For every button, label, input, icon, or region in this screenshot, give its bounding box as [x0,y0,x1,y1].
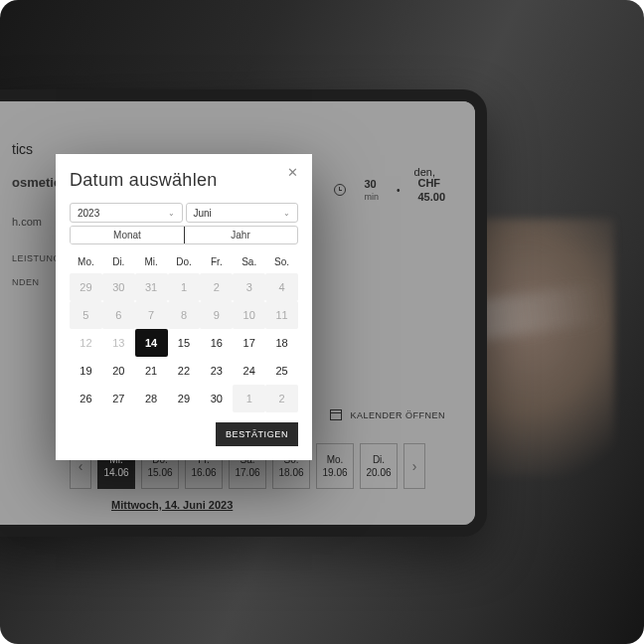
calendar-day: 30 [102,273,135,301]
calendar-day[interactable]: 28 [135,385,168,412]
month-select[interactable]: Juni ⌄ [186,203,299,223]
chevron-down-icon: ⌄ [283,209,290,218]
calendar-day: 10 [233,301,265,329]
calendar-day: 2 [265,385,298,412]
clock-icon [334,184,346,196]
modal-selects: 2023 ⌄ Juni ⌄ [70,203,298,223]
weekday-header: Fr. [200,252,233,273]
calendar-day[interactable]: 24 [233,357,265,385]
year-value: 2023 [78,208,99,219]
calendar-day[interactable]: 12 [70,329,102,357]
duration-unit: min [364,192,379,204]
service-suffix: den, [414,166,435,178]
stage: tics osmetics h.com LEISTUNGSAUS NDEN 30… [0,0,644,644]
calendar-day[interactable]: 13 [102,329,135,357]
confirm-button[interactable]: BESTÄTIGEN [216,422,298,446]
calendar-day[interactable]: 14 [135,329,168,357]
toggle-year[interactable]: Jahr [184,227,297,243]
price-amount: 45.00 [417,190,445,204]
calendar-grid: Mo.Di.Mi.Do.Fr.Sa.So. 293031123456789101… [70,252,298,412]
month-value: Juni [194,208,212,219]
calendar-day: 8 [168,301,201,329]
strip-dow: Di. [373,454,385,465]
calendar-day[interactable]: 16 [200,329,233,357]
strip-date: 17.06 [235,467,259,478]
weekday-header: Mo. [70,252,102,273]
weekday-header: Sa. [233,252,265,273]
meta-dot: • [397,185,401,196]
calendar-day: 3 [233,273,265,301]
calendar-day: 5 [70,301,102,329]
calendar-day: 11 [265,301,298,329]
calendar-day[interactable]: 23 [200,357,233,385]
chevron-down-icon: ⌄ [168,209,175,218]
calendar-day[interactable]: 30 [200,385,233,412]
strip-date: 15.06 [147,467,172,478]
calendar-day: 9 [200,301,233,329]
open-calendar-label: KALENDER ÖFFNEN [350,410,445,420]
calendar-day[interactable]: 18 [265,329,298,357]
service-meta: 30 min • CHF 45.00 [334,176,445,205]
calendar-day: 29 [70,273,102,301]
calendar-day[interactable]: 22 [168,357,201,385]
strip-next[interactable]: › [403,443,425,489]
calendar-day: 1 [233,385,265,412]
strip-date: 20.06 [366,467,391,478]
calendar-day[interactable]: 21 [135,357,168,385]
weekday-header: So. [265,252,298,273]
modal-title: Datum auswählen [70,170,298,191]
selected-date-long: Mittwoch, 14. Juni 2023 [111,499,233,511]
strip-date: 18.06 [278,467,303,478]
calendar-day: 6 [102,301,135,329]
calendar-day[interactable]: 27 [102,385,135,412]
price-currency: CHF [417,176,445,190]
strip-dow: Mo. [327,454,344,465]
strip-date: 16.06 [191,467,216,478]
year-select[interactable]: 2023 ⌄ [70,203,183,223]
strip-cell-20.06[interactable]: Di.20.06 [360,443,398,489]
calendar-day: 4 [265,273,298,301]
weekday-header: Mi. [135,252,168,273]
open-calendar-link[interactable]: KALENDER ÖFFNEN [330,409,445,420]
month-year-toggle: Monat Jahr [70,226,298,244]
weekday-header: Di. [102,252,135,273]
calendar-day[interactable]: 26 [70,385,102,412]
calendar-day: 7 [135,301,168,329]
close-icon[interactable]: ✕ [284,164,300,180]
calendar-day: 2 [200,273,233,301]
calendar-day[interactable]: 29 [168,385,201,412]
calendar-day: 1 [168,273,201,301]
date-picker-modal: ✕ Datum auswählen 2023 ⌄ Juni ⌄ Monat Ja… [56,154,312,460]
duration-value: 30 [364,177,379,191]
calendar-day[interactable]: 19 [70,357,102,385]
calendar-day[interactable]: 17 [233,329,265,357]
calendar-day[interactable]: 25 [265,357,298,385]
toggle-month[interactable]: Monat [70,226,185,244]
weekday-header: Do. [168,252,201,273]
calendar-day[interactable]: 15 [168,329,201,357]
strip-date: 19.06 [322,467,347,478]
strip-date: 14.06 [103,467,128,478]
calendar-icon [330,409,342,420]
strip-cell-19.06[interactable]: Mo.19.06 [316,443,354,489]
calendar-day: 31 [135,273,168,301]
calendar-day[interactable]: 20 [102,357,135,385]
